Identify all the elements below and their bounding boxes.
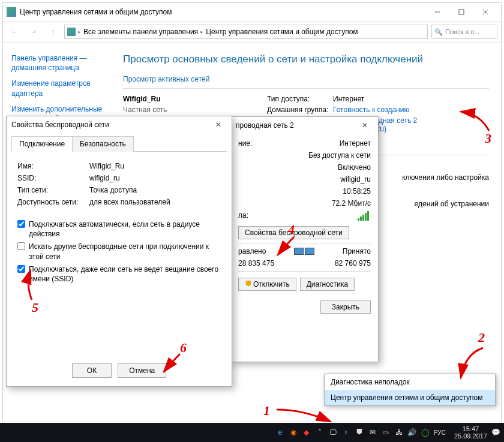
network-name: Wifigid_Ru xyxy=(123,95,161,103)
breadcrumb-item[interactable]: Центр управления сетями и общим доступом xyxy=(206,28,358,36)
annotation-number: 3 xyxy=(485,131,491,146)
tray-skype-icon[interactable]: ◯ xyxy=(421,428,430,437)
minimize-button[interactable] xyxy=(425,5,449,19)
breadcrumb[interactable]: ▸ Все элементы панели управления ▸ Центр… xyxy=(64,25,428,39)
tray-firefox-icon[interactable]: ◉ xyxy=(289,428,298,437)
shield-icon: ⛊ xyxy=(245,280,252,288)
wifi-signal-icon xyxy=(358,211,371,221)
toolbar: ← → ↑ ▸ Все элементы панели управления ▸… xyxy=(3,21,501,43)
annotation-arrow xyxy=(456,108,492,132)
tray-mail-icon[interactable]: ✉ xyxy=(368,428,377,437)
sidebar-home-link[interactable]: Панель управления — домашняя страница xyxy=(11,53,109,73)
annotation-arrow xyxy=(20,267,38,303)
homegroup-link[interactable]: Готовность к созданию xyxy=(333,106,441,114)
tray-shield-icon[interactable]: ⛊ xyxy=(355,428,364,437)
annotation-arrow xyxy=(274,407,334,425)
ok-button[interactable]: ОК xyxy=(72,363,112,378)
titlebar: Центр управления сетями и общим доступом xyxy=(3,3,501,21)
page-heading: Просмотр основных сведений о сети и наст… xyxy=(123,53,489,65)
maximize-button[interactable] xyxy=(449,5,473,19)
app-icon xyxy=(7,7,16,17)
close-button[interactable] xyxy=(473,5,497,19)
tray-network-icon[interactable]: 🖧 xyxy=(394,428,404,437)
annotation-arrow xyxy=(273,234,297,258)
sidebar-adapter-link[interactable]: Изменение параметров адаптера xyxy=(11,79,109,98)
hidden-ssid-checkbox[interactable]: Подключаться, даже если сеть не ведет ве… xyxy=(17,264,221,284)
tray-chevron-icon[interactable]: ˄ xyxy=(315,428,325,437)
breadcrumb-item[interactable]: Все элементы панели управления xyxy=(83,28,198,36)
tray-monitor-icon[interactable]: 🖵 xyxy=(328,428,338,437)
search-input[interactable]: 🔍 Поиск в п... xyxy=(431,25,497,39)
dialog-titlebar: проводная сеть 2 ✕ xyxy=(231,117,378,134)
breadcrumb-icon xyxy=(67,28,76,36)
homegroup-label: Домашняя группа: xyxy=(267,106,333,114)
tray-notifications-icon[interactable]: 💬 xyxy=(491,428,500,437)
annotation-arrow xyxy=(456,345,486,381)
tray-clock[interactable]: 15:4725.09.2017 xyxy=(454,425,487,440)
tray-bluetooth-icon[interactable]: ᚼ xyxy=(341,428,351,437)
received-label: Принято xyxy=(343,247,371,255)
wifi-properties-dialog: Свойства беспроводной сети ✕ Подключение… xyxy=(6,116,232,387)
sent-value: 28 835 475 xyxy=(238,259,274,267)
annotation-number: 2 xyxy=(478,330,485,345)
annotation-arrow xyxy=(159,351,183,375)
tray-volume-icon[interactable]: 🔊 xyxy=(407,428,417,437)
tab-security[interactable]: Безопасность xyxy=(72,136,134,152)
annotation-number: 1 xyxy=(263,403,270,419)
taskbar: e ◉ ◆ ˄ 🖵 ᚼ ⛊ ✉ ▭ 🖧 🔊 ◯ РУС 15:4725.09.2… xyxy=(0,423,504,442)
access-type-value: Интернет xyxy=(333,95,441,103)
received-value: 82 760 975 xyxy=(335,259,371,267)
close-button[interactable]: Закрыть xyxy=(320,300,371,314)
access-type-label: Тип доступа: xyxy=(267,95,333,103)
disable-button[interactable]: ⛊Отключить xyxy=(238,278,296,291)
tray-battery-icon[interactable]: ▭ xyxy=(381,428,391,437)
up-button[interactable]: ↑ xyxy=(45,24,61,40)
diagnostics-button[interactable]: Диагностика xyxy=(300,278,355,291)
svg-rect-1 xyxy=(459,10,464,14)
search-other-checkbox[interactable]: Искать другие беспроводные сети при подк… xyxy=(17,242,221,261)
sent-label: равлено xyxy=(238,247,266,255)
tray-edge-icon[interactable]: e xyxy=(275,428,285,437)
dialog-titlebar: Свойства беспроводной сети ✕ xyxy=(7,116,232,133)
activity-icon xyxy=(294,248,314,255)
tray-lang[interactable]: РУС xyxy=(434,428,446,437)
window-title: Центр управления сетями и общим доступом xyxy=(20,8,425,16)
search-icon: 🔍 xyxy=(434,28,443,36)
tray-app-icon[interactable]: ◆ xyxy=(302,428,311,437)
close-icon[interactable]: ✕ xyxy=(210,121,227,129)
menu-item-network-center[interactable]: Центр управления сетями и общим доступом xyxy=(325,390,495,405)
wifi-status-dialog: проводная сеть 2 ✕ ние:Интернет Без дост… xyxy=(230,116,379,362)
active-networks-label: Просмотр активных сетей xyxy=(123,75,489,83)
auto-connect-checkbox[interactable]: Подключаться автоматически, если сеть в … xyxy=(17,220,221,239)
forward-button[interactable]: → xyxy=(26,24,41,40)
tab-connection[interactable]: Подключение xyxy=(11,136,73,152)
network-type: Частная сеть xyxy=(123,106,231,114)
back-button[interactable]: ← xyxy=(7,24,22,40)
close-icon[interactable]: ✕ xyxy=(356,121,373,130)
